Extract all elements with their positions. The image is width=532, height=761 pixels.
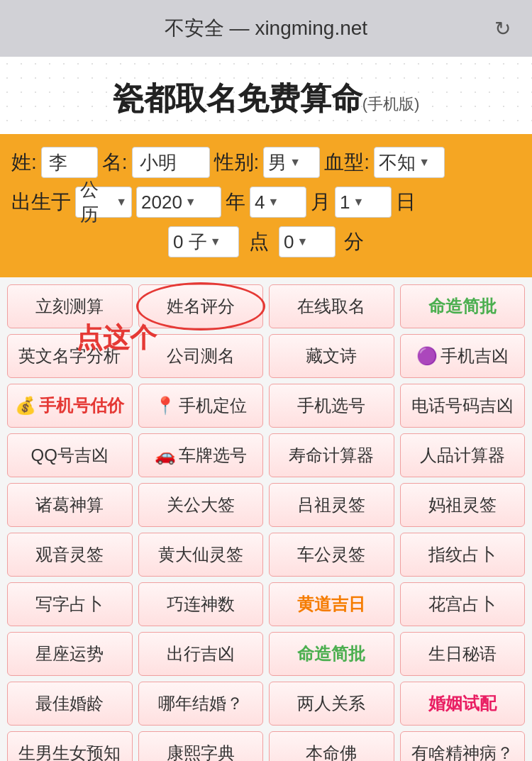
btn-row-5: 观音灵签 黄大仙灵签 车公灵签 指纹占卜 xyxy=(7,533,525,577)
btn-lvzu[interactable]: 吕祖灵签 xyxy=(269,483,394,527)
minute-arrow-icon: ▼ xyxy=(297,235,308,248)
btn-zhuge[interactable]: 诸葛神算 xyxy=(7,483,133,527)
page-title: 瓷都取名免费算命 xyxy=(113,81,362,116)
btn-mingzao-jipi[interactable]: 命造简批 xyxy=(400,284,526,328)
btn-row-3: QQ号吉凶 🚗车牌选号 寿命计算器 人品计算器 xyxy=(7,433,525,477)
gender-arrow-icon: ▼ xyxy=(289,156,301,169)
blood-arrow-icon: ▼ xyxy=(419,156,430,169)
btn-row-7: 星座运势 出行吉凶 命造简批 生日秘语 xyxy=(7,632,525,676)
btn-huangdao[interactable]: 黄道吉日 xyxy=(269,582,394,626)
btn-shouming[interactable]: 寿命计算器 xyxy=(269,433,394,477)
calendar-arrow-icon: ▼ xyxy=(116,196,127,209)
browser-bar: 不安全 — xingming.net ↻ xyxy=(0,0,532,57)
btn-dianhua-jixiong[interactable]: 电话号码吉凶 xyxy=(400,384,526,428)
minute-label: 分 xyxy=(344,228,364,255)
btn-huangdaxian[interactable]: 黄大仙灵签 xyxy=(138,533,264,577)
btn-nanian-jiehun[interactable]: 哪年结婚？ xyxy=(138,682,264,726)
form-section: 姓: 名: 性别: 男 ▼ 血型: 不知 ▼ 出生于 公历 ▼ 2020 xyxy=(0,134,532,277)
month-value: 4 xyxy=(255,191,267,213)
btn-kangxi-zidian[interactable]: 康熙字典 xyxy=(138,731,264,761)
calendar-value: 公历 xyxy=(80,177,116,227)
form-row-3: 0 子 ▼ 点 0 ▼ 分 xyxy=(11,226,521,257)
btn-hunyin-shipei[interactable]: 婚姻试配 xyxy=(400,682,526,726)
btn-zuijia-hunling[interactable]: 最佳婚龄 xyxy=(7,682,133,726)
hour-arrow-icon: ▼ xyxy=(210,235,221,248)
btn-chuxing[interactable]: 出行吉凶 xyxy=(138,632,264,676)
btn-xiezhi[interactable]: 写字占卜 xyxy=(7,582,133,626)
buttons-section: 立刻测算 姓名评分 在线取名 命造简批 点这个 英文名字分析 公司测名 藏文诗 … xyxy=(0,277,532,761)
btn-mazu[interactable]: 妈祖灵签 xyxy=(400,483,526,527)
btn-chegong[interactable]: 车公灵签 xyxy=(269,533,394,577)
btn-lice-suansuan[interactable]: 立刻测算 xyxy=(7,284,133,328)
btn-shouji-gujia[interactable]: 💰手机号估价 xyxy=(7,384,133,428)
btn-row-0: 立刻测算 姓名评分 在线取名 命造简批 点这个 xyxy=(7,284,525,328)
btn-guangong[interactable]: 关公大签 xyxy=(138,483,264,527)
btn-zhinwen[interactable]: 指纹占卜 xyxy=(400,533,526,577)
blood-value: 不知 xyxy=(379,150,419,175)
minute-value: 0 xyxy=(284,231,297,253)
page-title-section: 瓷都取名免费算命(手机版) xyxy=(0,57,532,134)
blood-select[interactable]: 不知 ▼ xyxy=(374,147,445,178)
btn-huagong[interactable]: 花宫占卜 xyxy=(400,582,526,626)
day-label: 日 xyxy=(396,189,416,216)
btn-shouji-xuanhao[interactable]: 手机选号 xyxy=(269,384,394,428)
btn-gongsi-cename[interactable]: 公司测名 xyxy=(138,334,264,378)
name-input[interactable] xyxy=(132,147,210,178)
calendar-select[interactable]: 公历 ▼ xyxy=(75,187,132,218)
gender-select[interactable]: 男 ▼ xyxy=(263,147,320,178)
form-row-2: 出生于 公历 ▼ 2020 ▼ 年 4 ▼ 月 1 ▼ 日 xyxy=(11,187,521,218)
btn-row-2: 💰手机号估价 📍手机定位 手机选号 电话号码吉凶 xyxy=(7,384,525,428)
btn-row-4: 诸葛神算 关公大签 吕祖灵签 妈祖灵签 xyxy=(7,483,525,527)
btn-row-1: 英文名字分析 公司测名 藏文诗 🟣手机吉凶 xyxy=(7,334,525,378)
year-value: 2020 xyxy=(141,191,185,213)
browser-title: 不安全 — xingming.net xyxy=(14,15,518,42)
btn-row-8: 最佳婚龄 哪年结婚？ 两人关系 婚姻试配 xyxy=(7,682,525,726)
btn-shengri-miyu[interactable]: 生日秘语 xyxy=(400,632,526,676)
dot-label: 点 xyxy=(249,228,269,255)
hour-value: 0 子 xyxy=(173,230,210,255)
year-arrow-icon: ▼ xyxy=(185,196,196,209)
year-label: 年 xyxy=(226,189,245,216)
month-select[interactable]: 4 ▼ xyxy=(250,187,306,218)
gender-label: 性别: xyxy=(214,149,260,176)
year-select[interactable]: 2020 ▼ xyxy=(136,187,221,218)
btn-shouji-jixiong[interactable]: 🟣手机吉凶 xyxy=(400,334,526,378)
name-label: 名: xyxy=(102,149,128,176)
gender-value: 男 xyxy=(268,150,289,175)
btn-row-9: 生男生女预知 康熙字典 本命佛 有啥精神病？ xyxy=(7,731,525,761)
blood-label: 血型: xyxy=(324,149,370,176)
btn-yingwen-mingzi[interactable]: 英文名字分析 xyxy=(7,334,133,378)
minute-select[interactable]: 0 ▼ xyxy=(279,226,336,257)
btn-qq-jixiong[interactable]: QQ号吉凶 xyxy=(7,433,133,477)
btn-mingzao-jipi2[interactable]: 命造简批 xyxy=(269,632,394,676)
surname-label: 姓: xyxy=(11,149,37,176)
born-label: 出生于 xyxy=(11,189,71,216)
btn-xingzuo[interactable]: 星座运势 xyxy=(7,632,133,676)
hour-select[interactable]: 0 子 ▼ xyxy=(168,226,239,257)
btn-guanyin[interactable]: 观音灵签 xyxy=(7,533,133,577)
surname-input[interactable] xyxy=(41,147,98,178)
btn-zaixian-quming[interactable]: 在线取名 xyxy=(269,284,394,328)
form-row-1: 姓: 名: 性别: 男 ▼ 血型: 不知 ▼ xyxy=(11,147,521,178)
page-subtitle: (手机版) xyxy=(362,95,420,113)
btn-renpin[interactable]: 人品计算器 xyxy=(400,433,526,477)
day-value: 1 xyxy=(340,191,353,213)
btn-chepai-xuanhao[interactable]: 🚗车牌选号 xyxy=(138,433,264,477)
btn-row-6: 写字占卜 巧连神数 黄道吉日 花宫占卜 xyxy=(7,582,525,626)
btn-shouji-dingwei[interactable]: 📍手机定位 xyxy=(138,384,264,428)
month-arrow-icon: ▼ xyxy=(267,196,279,209)
month-label: 月 xyxy=(311,189,331,216)
day-arrow-icon: ▼ xyxy=(353,196,364,209)
day-select[interactable]: 1 ▼ xyxy=(335,187,392,218)
btn-qiaolian[interactable]: 巧连神数 xyxy=(138,582,264,626)
btn-liangren-guanxi[interactable]: 两人关系 xyxy=(269,682,394,726)
btn-xingming-pingfen[interactable]: 姓名评分 xyxy=(138,284,264,328)
refresh-icon[interactable]: ↻ xyxy=(494,17,511,40)
btn-shengnan-shengnu[interactable]: 生男生女预知 xyxy=(7,731,133,761)
btn-yousha-jingshenbing[interactable]: 有啥精神病？ xyxy=(400,731,526,761)
btn-benming-fo[interactable]: 本命佛 xyxy=(269,731,394,761)
btn-zangwen-shi[interactable]: 藏文诗 xyxy=(269,334,394,378)
main-content: 瓷都取名免费算命(手机版) 姓: 名: 性别: 男 ▼ 血型: 不知 ▼ 出生于… xyxy=(0,57,532,761)
